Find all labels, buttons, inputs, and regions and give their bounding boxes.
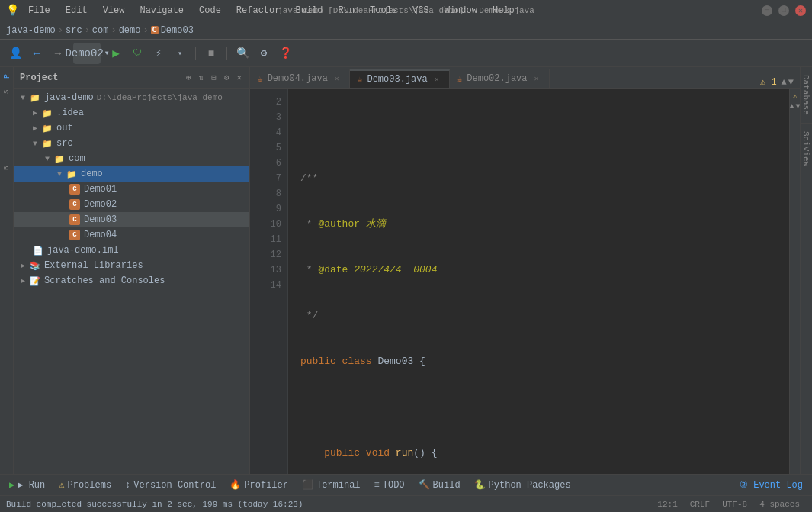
indent[interactable]: 4 spaces	[753, 500, 806, 509]
warning-count[interactable]: ⚠ 1	[760, 76, 777, 88]
tree-arrow-out: ▶	[29, 124, 41, 133]
tree-item-iml[interactable]: 📄 java-demo.iml	[14, 243, 249, 258]
event-log-btn[interactable]: ② Event Log	[733, 478, 809, 492]
tabs-nav-up[interactable]: ▲	[782, 77, 787, 88]
tab-demo02-close[interactable]: ✕	[532, 74, 541, 83]
menu-edit[interactable]: Edit	[63, 4, 91, 18]
tree-item-demo[interactable]: ▼ 📁 demo	[14, 166, 249, 182]
problems-btn[interactable]: ⚠ Problems	[53, 477, 117, 494]
todo-btn[interactable]: ≡ TODO	[368, 477, 411, 494]
indent-label: 4 spaces	[759, 500, 800, 509]
project-header-btn[interactable]: ⊕	[186, 72, 191, 82]
gutter-nav-up[interactable]: ▲	[789, 102, 794, 111]
version-control-btn[interactable]: ↕ Version Control	[119, 477, 222, 494]
tabs-nav-down[interactable]: ▼	[788, 77, 794, 88]
python-label: Python Packages	[489, 480, 571, 491]
tree-item-java-demo[interactable]: ▼ 📁 java-demo D:\IdeaProjects\java-demo	[14, 90, 249, 105]
settings-btn[interactable]: ⚙	[255, 44, 273, 63]
tree-icon-demo03: C	[69, 214, 81, 226]
demo03-icon: C	[151, 26, 159, 34]
tree-label-demo04: Demo04	[84, 230, 117, 240]
tree-item-demo01[interactable]: C Demo01	[14, 182, 249, 197]
menu-code[interactable]: Code	[196, 4, 224, 18]
project-collapse-btn[interactable]: ⊟	[211, 72, 217, 82]
app-icon: 💡	[6, 4, 19, 17]
gutter-warning[interactable]: ⚠	[790, 89, 800, 101]
tree-item-idea[interactable]: ▶ 📁 .idea	[14, 105, 249, 121]
left-tab-project[interactable]: P	[1, 70, 13, 82]
coverage-button[interactable]: 🛡	[128, 44, 146, 63]
left-tab-bookmarks[interactable]: B	[1, 162, 13, 174]
build-btn[interactable]: 🔨 Build	[412, 477, 467, 494]
breadcrumb-demo03-label[interactable]: Demo03	[161, 25, 194, 36]
toolbar-back-btn[interactable]: ←	[27, 44, 46, 63]
left-tab-structure[interactable]: S	[1, 85, 13, 98]
right-tab-sciview[interactable]: SciView	[801, 124, 812, 174]
tree-item-scratch[interactable]: ▶ 📝 Scratches and Consoles	[14, 273, 249, 288]
tab-demo03-close[interactable]: ✕	[432, 75, 441, 84]
menu-file[interactable]: File	[25, 4, 53, 18]
terminal-btn[interactable]: ⬛ Terminal	[296, 477, 367, 494]
tab-demo04-close[interactable]: ✕	[332, 74, 342, 83]
breadcrumb-src[interactable]: src	[66, 25, 82, 36]
python-btn[interactable]: 🐍 Python Packages	[468, 477, 577, 494]
help-btn[interactable]: ❓	[276, 44, 294, 63]
tree-item-com[interactable]: ▼ 📁 com	[14, 151, 249, 166]
breadcrumb-java-demo[interactable]: java-demo	[6, 25, 56, 36]
run-button[interactable]: ▶	[107, 44, 125, 63]
profiler-btn[interactable]: 🔥 Profiler	[223, 477, 294, 494]
project-header: Project ⊕ ⇅ ⊟ ⚙ ✕	[14, 67, 249, 89]
minimize-button[interactable]: ─	[762, 5, 772, 16]
profiler-icon: 🔥	[229, 479, 241, 491]
code-area[interactable]: /** * @author 水滴 * @date 2022/4/4 0004 *…	[288, 89, 789, 474]
search-everywhere-btn[interactable]: 🔍	[233, 44, 252, 63]
project-close-btn[interactable]: ✕	[236, 72, 242, 82]
close-button[interactable]: ✕	[795, 5, 806, 16]
tree-path-java-demo: D:\IdeaProjects\java-demo	[97, 93, 223, 102]
bottom-toolbar: ▶ ▶ Run ⚠ Problems ↕ Version Control 🔥 P…	[0, 474, 812, 495]
tab-demo02[interactable]: ☕ Demo02.java ✕	[450, 69, 550, 88]
encoding[interactable]: UTF-8	[716, 500, 753, 509]
run-label: ▶ Run	[18, 479, 45, 491]
tree-icon-out: 📁	[41, 122, 53, 134]
cursor-position[interactable]: 12:1	[651, 500, 683, 509]
tab-demo04[interactable]: ☕ Demo04.java ✕	[250, 69, 350, 88]
breadcrumb-demo[interactable]: demo	[119, 25, 141, 36]
terminal-label: Terminal	[316, 480, 361, 491]
run-icon: ▶	[9, 479, 14, 491]
toolbar-git-btn[interactable]: 👤	[6, 44, 24, 63]
tree-label-scratch: Scratches and Consoles	[44, 275, 165, 286]
project-sort-btn[interactable]: ⇅	[199, 72, 204, 82]
line-ending[interactable]: CRLF	[684, 500, 716, 509]
menu-navigate[interactable]: Navigate	[136, 4, 187, 18]
tree-item-src[interactable]: ▼ 📁 src	[14, 136, 249, 151]
tree-label-out: out	[56, 123, 73, 134]
run-btn[interactable]: ▶ ▶ Run	[3, 477, 51, 494]
menu-view[interactable]: View	[100, 4, 128, 18]
event-log-label: ② Event Log	[740, 479, 803, 491]
breadcrumb-com[interactable]: com	[92, 25, 109, 36]
menu-refactor[interactable]: Refactor	[233, 4, 284, 18]
tree-item-out[interactable]: ▶ 📁 out	[14, 121, 249, 136]
profile-button[interactable]: ⚡	[149, 44, 168, 63]
tree-icon-demo: 📁	[66, 168, 78, 180]
code-line-7: public class Demo03 {	[300, 354, 789, 369]
run-config-dropdown-btn[interactable]: Demo02 ▼	[78, 44, 96, 63]
tree-arrow-com: ▼	[41, 155, 53, 163]
maximize-button[interactable]: □	[778, 5, 789, 16]
code-line-9: public void run() {	[300, 446, 789, 461]
tree-item-demo03[interactable]: C Demo03	[14, 212, 249, 227]
more-run-btn[interactable]: ▾	[171, 44, 189, 63]
toolbar-forward-btn[interactable]: →	[49, 44, 67, 63]
line-num-14: 14	[250, 278, 281, 293]
tree-item-demo04[interactable]: C Demo04	[14, 227, 249, 243]
right-tab-database[interactable]: Database	[801, 67, 812, 123]
tree-item-demo02[interactable]: C Demo02	[14, 197, 249, 212]
toolbar: 👤 ← → Demo02 ▼ ▶ 🛡 ⚡ ▾ ■ 🔍 ⚙ ❓	[0, 40, 812, 67]
vcs-label: Version Control	[133, 480, 216, 491]
tree-label-java-demo: java-demo	[44, 92, 94, 103]
stop-button[interactable]: ■	[202, 44, 220, 63]
tree-item-extlib[interactable]: ▶ 📚 External Libraries	[14, 258, 249, 273]
tab-demo03[interactable]: ☕ Demo03.java ✕	[350, 69, 450, 88]
project-settings-btn[interactable]: ⚙	[224, 72, 229, 82]
